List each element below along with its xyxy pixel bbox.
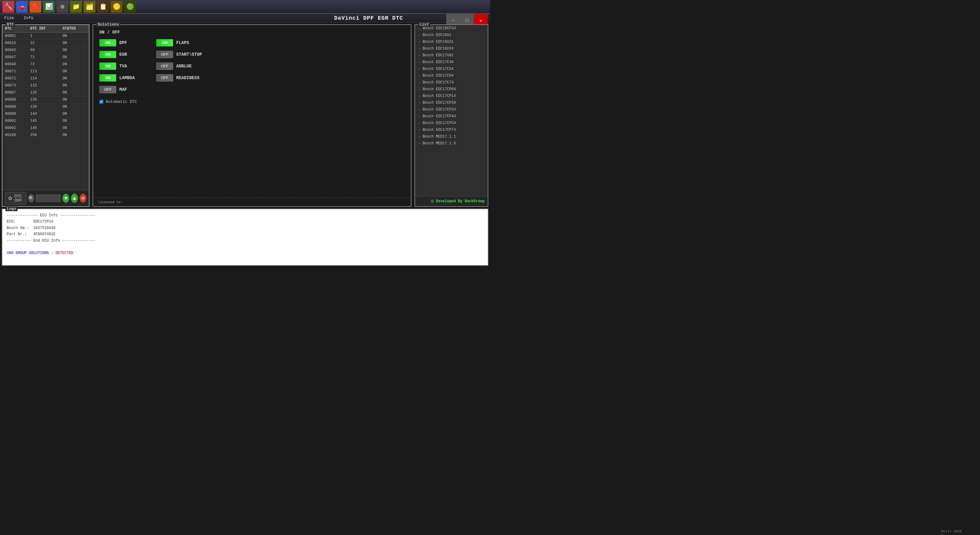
list-item-label: Bosch MED17.1.6	[423, 141, 456, 145]
list-item[interactable]: – Bosch EDC16U1	[415, 32, 488, 38]
list-item[interactable]: – Bosch EDC17C54	[415, 65, 488, 72]
refresh-button[interactable]: ↺	[80, 193, 86, 203]
tva-label: TVA	[119, 64, 144, 69]
taskbar-icon-10[interactable]: 🟢	[124, 1, 136, 13]
logs-line-4: Part Nr.: 4F0907401E	[7, 231, 484, 237]
logs-line-3: Bosch SW.: 1037516638	[7, 225, 484, 231]
taskbar-icon-1[interactable]: 🔧	[2, 1, 14, 13]
table-row[interactable]: 00100 256 ON	[2, 132, 89, 139]
power-icon: ⏻	[8, 196, 12, 200]
scroll-up-button[interactable]: ▲	[71, 193, 78, 203]
table-row[interactable]: 00072 114 ON	[2, 75, 89, 82]
tva-toggle[interactable]: ON	[99, 62, 116, 70]
dtc-cell-dtc: 00016	[2, 40, 28, 47]
table-row[interactable]: 00071 113 ON	[2, 68, 89, 75]
maf-label: MAF	[119, 87, 144, 92]
list-item[interactable]: – Bosch EDC17CP74	[415, 126, 488, 133]
table-row[interactable]: 00088 136 ON	[2, 96, 89, 104]
dpf-toggle[interactable]: ON	[99, 39, 116, 46]
dtc-cell-int: 135	[28, 89, 60, 96]
taskbar-icon-4[interactable]: 📊	[43, 1, 55, 13]
menu-file[interactable]: File	[2, 15, 16, 21]
taskbar-icons: 🔧 🚗 🔴 📊 ⚙️ 📁 🗂️ 📋 🟡 🟢	[2, 1, 136, 13]
dtc-cell-dtc: 00073	[2, 82, 28, 89]
table-row[interactable]: 00073 115 ON	[2, 82, 89, 89]
list-scroll[interactable]: – Bosch EDC16CP34 – Bosch EDC16U1 – Bosc…	[415, 25, 488, 196]
list-item-label: Bosch EDC17CP54	[423, 121, 456, 125]
list-item[interactable]: – Bosch EDC17U01	[415, 52, 488, 59]
table-row[interactable]: 00045 69 ON	[2, 47, 89, 54]
list-footer: ≡ Developed By BackGroup	[415, 196, 488, 206]
dtc-cell-int: 114	[28, 75, 60, 82]
table-row[interactable]: 00047 71 ON	[2, 54, 89, 61]
dtc-cell-dtc: 00071	[2, 68, 28, 75]
detected-label: : DETECTED	[49, 250, 73, 256]
adblue-toggle[interactable]: OFF	[156, 62, 173, 70]
list-item[interactable]: – Bosch MED17.1.6	[415, 140, 488, 147]
developed-by-label: Developed By BackGroup	[436, 199, 485, 203]
dtc-table-scroll[interactable]: DTC DTC INT STATUS 00001 1 ON 00016 22 O…	[2, 25, 89, 190]
taskbar-icon-8[interactable]: 📋	[97, 1, 109, 13]
menu-info[interactable]: Info	[22, 15, 35, 21]
dtc-col-status: STATUS	[60, 25, 89, 33]
list-bullet: –	[418, 60, 421, 65]
taskbar-icon-3[interactable]: 🔴	[30, 1, 41, 13]
lambda-toggle[interactable]: ON	[99, 74, 116, 81]
list-item[interactable]: – Bosch EDC17CP14	[415, 93, 488, 99]
taskbar-icon-9[interactable]: 🟡	[111, 1, 123, 13]
dtc-off-button[interactable]: ⏻ DTC OFF	[5, 192, 27, 204]
taskbar-icon-7[interactable]: 🗂️	[84, 1, 95, 13]
automatic-dtc-checkbox[interactable]	[99, 100, 103, 104]
table-row[interactable]: 00001 1 ON	[2, 33, 89, 40]
table-row[interactable]: 0008A 138 ON	[2, 104, 89, 110]
table-row[interactable]: 00090 144 ON	[2, 110, 89, 118]
maf-toggle[interactable]: OFF	[99, 86, 116, 93]
flaps-toggle[interactable]: ON	[156, 39, 173, 46]
list-item[interactable]: – Bosch EDC16U31	[415, 38, 488, 45]
list-item-label: Bosch EDC17CP14	[423, 94, 456, 98]
table-row[interactable]: 00092 146 ON	[2, 125, 89, 132]
taskbar-icon-2[interactable]: 🚗	[16, 1, 28, 13]
logs-content[interactable]: -------------- ECU Info ----------------…	[2, 209, 488, 265]
list-item[interactable]: – Bosch EDC17C64	[415, 72, 488, 79]
taskbar-icon-6[interactable]: 📁	[70, 1, 82, 13]
taskbar: 🔧 🚗 🔴 📊 ⚙️ 📁 🗂️ 📋 🟡 🟢	[0, 0, 490, 14]
table-row[interactable]: 00016 22 ON	[2, 40, 89, 47]
dtc-search-input[interactable]	[36, 195, 60, 202]
table-row[interactable]: 00048 72 ON	[2, 61, 89, 68]
list-item[interactable]: – Bosch EDC17C46	[415, 59, 488, 65]
list-item[interactable]: – Bosch EDC17CP20	[415, 99, 488, 106]
list-item[interactable]: – Bosch MED17.1.1	[415, 133, 488, 140]
table-row[interactable]: 00091 145 ON	[2, 118, 89, 125]
search-button[interactable]: 🔍	[28, 194, 34, 202]
dtc-table: DTC DTC INT STATUS 00001 1 ON 00016 22 O…	[2, 25, 89, 139]
logs-panel-title: Logs	[6, 206, 18, 211]
list-item[interactable]: – Bosch EDC17CP44	[415, 113, 488, 120]
dtc-cell-status: ON	[60, 75, 89, 82]
dtc-cell-status: ON	[60, 110, 89, 118]
startstop-toggle[interactable]: OFF	[156, 51, 173, 58]
dtc-cell-dtc: 00090	[2, 110, 28, 118]
list-item-label: Bosch EDC17CP44	[423, 114, 456, 118]
startstop-label: START\STOP	[176, 52, 202, 57]
list-panel-title: List	[418, 22, 430, 27]
list-item[interactable]: – Bosch EDC17C74	[415, 79, 488, 86]
dtc-cell-dtc: 00047	[2, 54, 28, 61]
list-item[interactable]: – Bosch EDC17CP04	[415, 86, 488, 93]
solutions-panel: Solutions ON / OFF ON DPF ON	[92, 24, 411, 207]
taskbar-icon-5[interactable]: ⚙️	[57, 1, 68, 13]
scroll-down-button[interactable]: ▼	[62, 193, 69, 203]
egr-toggle[interactable]: ON	[99, 51, 116, 58]
list-item[interactable]: – Bosch EDC17CP54	[415, 120, 488, 126]
dtc-cell-status: ON	[60, 54, 89, 61]
list-bullet: –	[418, 107, 421, 112]
dtc-cell-int: 146	[28, 125, 60, 132]
solution-egr-row: ON EGR	[99, 51, 144, 58]
list-item[interactable]: – Bosch EDC17CP24	[415, 106, 488, 113]
list-item[interactable]: – Bosch EDC16U34	[415, 45, 488, 52]
list-bullet: –	[418, 46, 421, 51]
readiness-toggle[interactable]: OFF	[156, 74, 173, 81]
dtc-panel-title: DTC	[6, 22, 15, 27]
adblue-label: ADBLUE	[176, 64, 201, 69]
table-row[interactable]: 00087 135 ON	[2, 89, 89, 96]
